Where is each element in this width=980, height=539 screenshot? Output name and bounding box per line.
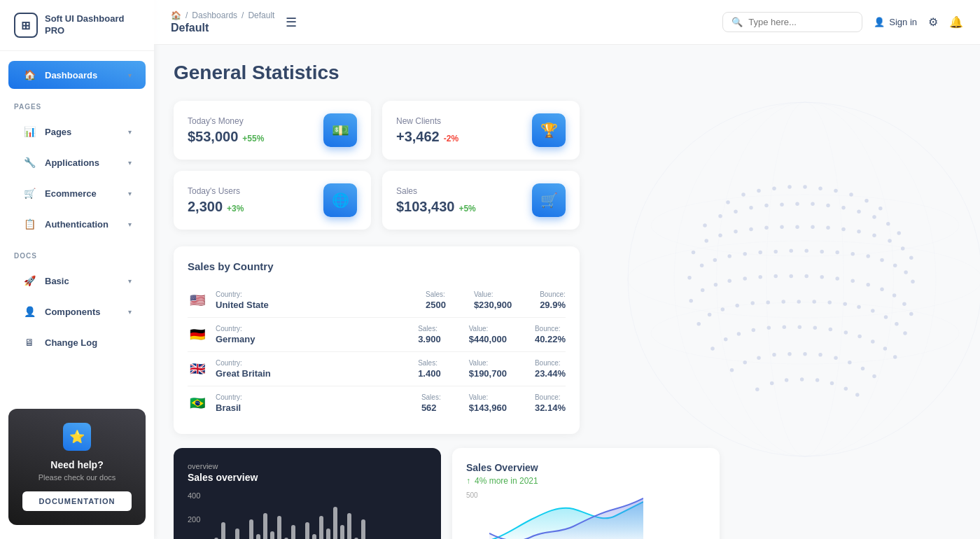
country-name-col: Country: Brasil (216, 393, 413, 413)
bounce-col: Bounce: 29.9% (540, 290, 566, 310)
value-col: Value: $190,700 (469, 359, 507, 379)
svg-point-66 (689, 299, 693, 303)
chevron-down-icon: ▾ (128, 190, 132, 197)
bar (333, 507, 337, 539)
settings-icon[interactable]: ⚙ (928, 15, 938, 29)
pages-section-label: PAGES (0, 90, 154, 116)
search-icon: 🔍 (732, 17, 743, 27)
country-stats: Sales: 2500 Value: $230,900 Bounce: 29.9… (426, 290, 566, 310)
value-col: Value: $143,960 (469, 393, 507, 413)
sidebar-item-pages[interactable]: 📊 Pages ▾ (8, 118, 146, 146)
bar (312, 534, 316, 539)
bar (291, 525, 295, 539)
stat-value: 2,300 (188, 199, 223, 215)
svg-point-60 (850, 252, 855, 256)
svg-point-35 (718, 234, 722, 238)
signin-button[interactable]: 👤 Sign in (874, 17, 917, 27)
svg-point-109 (858, 335, 862, 339)
svg-point-45 (872, 234, 876, 238)
basic-icon: 🚀 (22, 274, 36, 288)
sidebar-item-label: Dashboards (45, 70, 120, 80)
svg-point-34 (704, 239, 708, 243)
svg-point-98 (903, 331, 907, 335)
svg-point-31 (886, 222, 890, 226)
svg-point-99 (710, 346, 715, 351)
svg-point-79 (880, 288, 884, 292)
sidebar-item-ecommerce[interactable]: 🛒 Ecommerce ▾ (8, 179, 146, 207)
country-flag: 🇺🇸 (188, 293, 207, 307)
svg-point-118 (803, 352, 807, 356)
svg-point-28 (841, 206, 846, 210)
country-flag: 🇧🇷 (188, 396, 207, 410)
search-input[interactable] (748, 17, 853, 27)
svg-point-58 (820, 250, 824, 254)
documentation-button[interactable]: DOCUMENTATION (22, 491, 132, 511)
svg-point-108 (844, 330, 848, 335)
svg-point-23 (764, 204, 769, 208)
svg-point-9 (741, 192, 746, 197)
sidebar-item-authentication[interactable]: 📋 Authentication ▾ (8, 210, 146, 238)
svg-point-5 (651, 195, 959, 256)
svg-point-59 (835, 251, 839, 255)
svg-point-57 (804, 249, 808, 253)
svg-point-47 (901, 246, 905, 251)
auth-icon: 📋 (22, 217, 36, 231)
svg-point-83 (696, 322, 701, 326)
svg-point-72 (774, 274, 778, 279)
svg-point-104 (783, 325, 787, 329)
svg-point-37 (749, 227, 753, 232)
bar (270, 531, 274, 539)
sidebar: ⊞ Soft UI Dashboard PRO 🏠 Dashboards ▾ P… (0, 0, 154, 539)
page-title: General Statistics (174, 62, 960, 84)
sales-col: Sales: 1.400 (418, 359, 441, 379)
svg-point-103 (767, 326, 771, 330)
sidebar-item-label: Pages (45, 127, 120, 137)
svg-point-114 (743, 360, 747, 365)
svg-point-11 (772, 186, 776, 190)
svg-point-24 (780, 203, 784, 207)
sidebar-logo: ⊞ Soft UI Dashboard PRO (0, 0, 154, 51)
arrow-up-icon: ↑ (466, 476, 470, 486)
svg-point-71 (758, 275, 762, 279)
content-area: General Statistics Today's Money $53,000… (154, 45, 980, 539)
svg-point-21 (734, 209, 738, 214)
svg-point-67 (701, 288, 705, 293)
svg-point-85 (721, 307, 725, 312)
stat-label: Today's Users (188, 186, 244, 196)
country-name-col: Country: United State (216, 290, 417, 310)
stat-icon-box: 💵 (323, 113, 357, 147)
stat-info: Today's Users 2,300 +3% (188, 186, 244, 215)
svg-point-30 (872, 215, 876, 219)
user-icon: 👤 (874, 17, 885, 27)
sales-col: Sales: 562 (421, 393, 441, 413)
stat-icon-box: 🛒 (532, 183, 566, 217)
bar-chart-y-axis: 400 200 0 (188, 491, 200, 539)
bounce-col: Bounce: 40.22% (535, 325, 566, 344)
svg-point-19 (703, 223, 707, 227)
svg-point-91 (812, 300, 816, 304)
sidebar-item-applications[interactable]: 🔧 Applications ▾ (8, 148, 146, 176)
stat-value: $103,430 (396, 199, 454, 215)
svg-point-81 (902, 302, 906, 306)
stat-value-row: +3,462 -2% (396, 129, 458, 145)
help-title: Need help? (22, 459, 132, 470)
search-box[interactable]: 🔍 (722, 12, 862, 32)
svg-point-44 (857, 230, 861, 234)
svg-point-13 (803, 185, 807, 189)
stat-value-row: 2,300 +3% (188, 199, 244, 215)
hamburger-icon[interactable]: ☰ (286, 15, 297, 30)
sidebar-item-basic[interactable]: 🚀 Basic ▾ (8, 267, 146, 295)
help-card: ⭐ Need help? Please check our docs DOCUM… (8, 409, 146, 525)
stat-card: Sales $103,430 +5% 🛒 (382, 171, 580, 230)
applications-icon: 🔧 (22, 155, 36, 169)
svg-point-127 (800, 377, 804, 382)
bell-icon[interactable]: 🔔 (949, 15, 963, 29)
country-stats: Sales: 562 Value: $143,960 Bounce: 32.14… (421, 393, 566, 413)
sidebar-item-changelog[interactable]: 🖥 Change Log (8, 328, 146, 356)
chevron-down-icon: ▾ (128, 277, 132, 285)
svg-point-93 (843, 302, 847, 306)
sidebar-item-label: Ecommerce (45, 188, 120, 199)
bar (249, 519, 253, 540)
sidebar-item-components[interactable]: 👤 Components ▾ (8, 298, 146, 326)
sidebar-item-dashboards[interactable]: 🏠 Dashboards ▾ (8, 61, 146, 89)
